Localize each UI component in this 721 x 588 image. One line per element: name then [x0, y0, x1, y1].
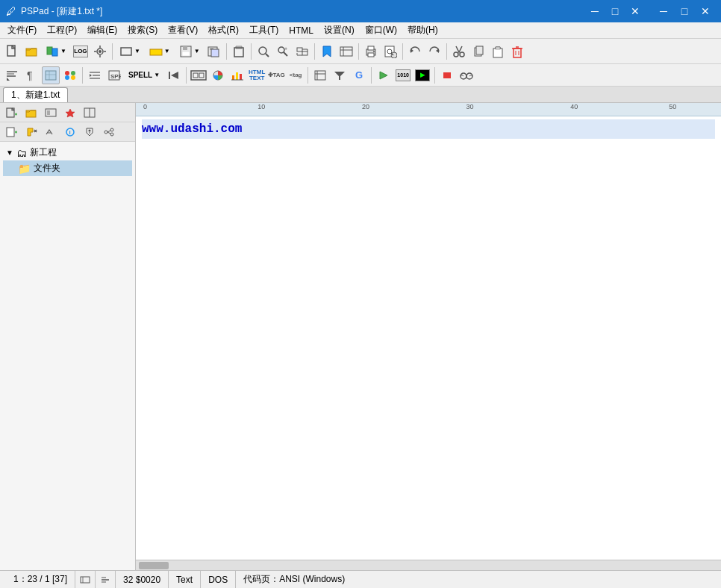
close-btn[interactable]: ✕ [696, 4, 715, 19]
stop-btn[interactable] [438, 66, 456, 84]
main-layout: i ▼ 🗂 新工程 📁 文件夹 0 10 [0, 103, 721, 570]
html-frame-btn[interactable] [190, 66, 207, 84]
svg-rect-13 [183, 46, 187, 50]
cut-btn[interactable] [450, 43, 468, 60]
spell-btn[interactable]: SPELL ▼ [125, 66, 163, 84]
menu-settings[interactable]: 设置(N) [319, 23, 359, 38]
print-preview-btn[interactable] [381, 43, 399, 60]
menu-view[interactable]: 查看(V) [163, 23, 202, 38]
save-all-btn[interactable] [205, 43, 223, 60]
menu-edit[interactable]: 编辑(E) [83, 23, 122, 38]
search-btn[interactable] [255, 43, 272, 60]
menu-project[interactable]: 工程(P) [43, 23, 81, 38]
log-btn[interactable]: LOG [72, 43, 90, 60]
svg-rect-11 [150, 49, 162, 55]
redo-btn[interactable] [425, 43, 443, 60]
svg-text:¶: ¶ [27, 69, 33, 81]
menu-search[interactable]: 搜索(S) [123, 23, 162, 38]
new-btn[interactable] [3, 43, 21, 60]
tab-label: 1、新建1.txt [11, 89, 60, 101]
bookmark-btn[interactable] [318, 43, 336, 60]
menu-window[interactable]: 窗口(W) [360, 23, 402, 38]
bar-chart-btn[interactable] [228, 66, 246, 84]
pilcrow-btn[interactable]: ¶ [22, 66, 40, 84]
list-view-btn[interactable] [42, 66, 60, 84]
sidebar-split-btn[interactable] [81, 104, 99, 122]
tree-project[interactable]: ▼ 🗂 新工程 [3, 145, 132, 160]
save-btn[interactable]: ▼ [175, 43, 204, 60]
tab-file[interactable]: 1、新建1.txt [3, 87, 68, 102]
maximize-btn[interactable]: □ [675, 4, 694, 19]
menu-tools[interactable]: 工具(T) [245, 23, 283, 38]
pie-chart-btn[interactable] [209, 66, 227, 84]
sidebar-fav-btn[interactable] [61, 104, 79, 122]
menu-format[interactable]: 格式(R) [204, 23, 243, 38]
format-btn[interactable] [3, 66, 21, 84]
goto-btn[interactable] [337, 43, 355, 60]
svg-rect-82 [443, 72, 451, 78]
svg-point-40 [460, 52, 464, 57]
svg-line-107 [107, 132, 110, 134]
svg-rect-2 [47, 47, 52, 54]
ktag-btn[interactable]: ✤TAG [267, 66, 285, 84]
tree-folder[interactable]: 📁 文件夹 [3, 160, 132, 176]
sidebar-new-btn[interactable] [3, 104, 21, 122]
editor-content[interactable]: www.udashi.com [136, 116, 721, 560]
first-btn[interactable] [165, 66, 183, 84]
undo-btn[interactable] [406, 43, 424, 60]
macro-btn[interactable]: SPELL [105, 66, 123, 84]
tree-folder-label: 文件夹 [34, 162, 60, 175]
svg-rect-25 [302, 51, 308, 55]
color-code-btn[interactable] [61, 66, 79, 84]
sidebar-view-btn[interactable] [42, 104, 60, 122]
svg-point-32 [373, 51, 375, 52]
status-bar: 1：23 / 1 [37] 32 $0020 Text DOS 代码页：ANSI… [0, 570, 721, 588]
print-btn[interactable] [362, 43, 380, 60]
horizontal-scrollbar[interactable] [136, 560, 721, 570]
replace-btn[interactable] [293, 43, 311, 60]
minimize-btn[interactable]: ─ [654, 4, 673, 19]
color-tool-btn[interactable]: ▼ [146, 43, 174, 60]
sidebar-t4[interactable]: i [61, 123, 79, 141]
num-btn[interactable]: 1010 [394, 66, 412, 84]
svg-rect-54 [46, 71, 56, 80]
svg-rect-30 [368, 46, 374, 50]
inner-minimize-btn[interactable]: ─ [585, 4, 605, 19]
clip-btn[interactable] [230, 43, 248, 60]
scroll-thumb[interactable] [139, 562, 169, 569]
project-btn[interactable]: ▼ [42, 43, 70, 60]
sidebar-open-btn[interactable] [22, 104, 40, 122]
html-text-btn[interactable]: HTMLTEXT [248, 66, 266, 84]
inner-close-btn[interactable]: ✕ [625, 4, 645, 19]
inner-maximize-btn[interactable]: □ [605, 4, 625, 19]
filter-btn[interactable] [331, 66, 349, 84]
paste-btn[interactable] [489, 43, 507, 60]
search2-btn[interactable]: + [274, 43, 292, 60]
open-btn[interactable] [22, 43, 40, 60]
glasses-btn[interactable] [458, 66, 475, 84]
indent-btn[interactable] [86, 66, 104, 84]
delete-btn[interactable] [508, 43, 526, 60]
svg-rect-108 [81, 577, 90, 583]
menu-html[interactable]: HTML [284, 23, 318, 38]
sidebar-t2[interactable] [22, 123, 40, 141]
menu-file[interactable]: 文件(F) [3, 23, 41, 38]
google-btn[interactable]: G [350, 66, 368, 84]
svg-point-19 [259, 47, 266, 54]
sidebar-t3[interactable] [42, 123, 60, 141]
sidebar-t1[interactable] [3, 123, 21, 141]
settings-btn[interactable] [91, 43, 109, 60]
ctag-btn[interactable]: <tag [287, 66, 305, 84]
rect-tool-btn[interactable]: ▼ [116, 43, 144, 60]
svg-rect-71 [199, 73, 204, 78]
copy-btn[interactable] [469, 43, 487, 60]
folder-icon: 📁 [18, 163, 31, 175]
svg-point-5 [99, 50, 102, 53]
cmd-btn[interactable]: ▶ [413, 66, 431, 84]
play-btn[interactable] [375, 66, 393, 84]
svg-rect-42 [476, 46, 483, 54]
sidebar-t5[interactable] [81, 123, 99, 141]
sidebar-t6[interactable] [100, 123, 118, 141]
menu-help[interactable]: 帮助(H) [403, 23, 443, 38]
template-btn[interactable] [311, 66, 329, 84]
